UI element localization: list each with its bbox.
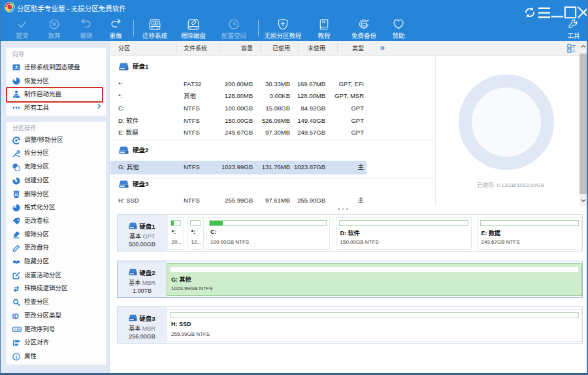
svg-text:ID: ID	[12, 312, 19, 319]
